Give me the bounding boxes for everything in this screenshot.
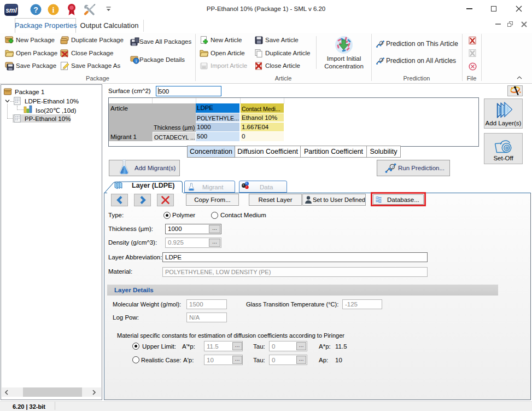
svg-text:?: ? (381, 58, 383, 62)
svg-text:?: ? (391, 165, 394, 170)
svg-text:?: ? (381, 41, 383, 45)
